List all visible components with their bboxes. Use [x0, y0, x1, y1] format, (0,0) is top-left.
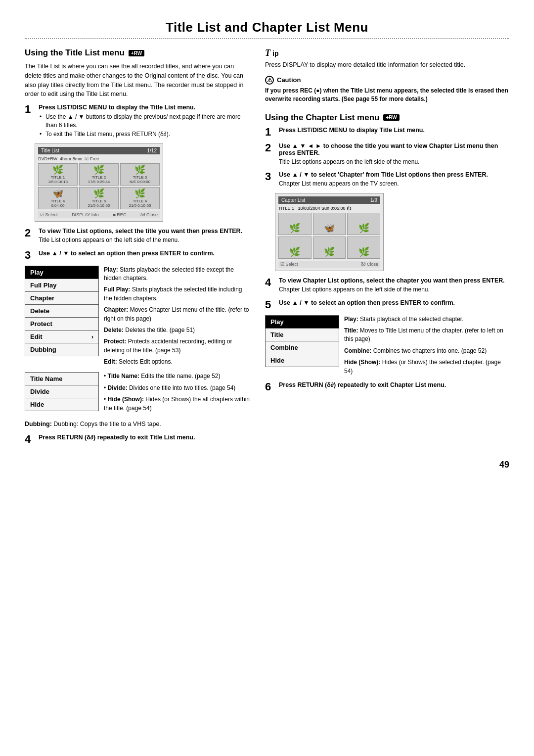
- thumb-6: 🌿 TITLE 421/5 0:10-05: [120, 187, 160, 209]
- thumb-3: 🌿 TITLE 3N/E 0:00:00: [120, 163, 160, 186]
- chapter-list-img-count: 1/9: [370, 197, 377, 203]
- thumb-2-icon: 🌿: [93, 164, 104, 175]
- bullet-1: Use the ▲ / ▼ buttons to display the pre…: [39, 113, 250, 130]
- option-hide[interactable]: Hide: [25, 398, 99, 411]
- chapter-step-3-num: 3: [265, 171, 275, 188]
- thumb-4: 🦋 TITLE 40:04-00: [38, 187, 78, 209]
- thumb-6-label: TITLE 421/5 0:10-05: [129, 199, 151, 208]
- edit-descriptions: • Title Name: Edits the title name. (pag…: [99, 372, 250, 416]
- option-chapter[interactable]: Chapter: [25, 291, 99, 304]
- chapter-step-5: 5 Use ▲ / ▼ to select an option then pre…: [265, 299, 509, 310]
- option-edit[interactable]: Edit ›: [25, 330, 99, 343]
- step-2-text: Title List options appears on the left s…: [39, 236, 250, 244]
- step-2-content: To view Title List options, select the t…: [39, 228, 250, 244]
- caution-box: ⚠ Caution If you press REC (●) when the …: [265, 76, 509, 104]
- step-1: 1 Press LIST/DISC MENU to display the Ti…: [25, 104, 250, 139]
- tip-box: Tip Press DISPLAY to display more detail…: [265, 48, 509, 70]
- step-1-content: Press LIST/DISC MENU to display the Titl…: [39, 104, 250, 139]
- left-column: Using the Title List menu +RW The Title …: [25, 48, 250, 450]
- chapter-step-2: 2 Use ▲ ▼ ◄ ► to choose the title you wa…: [265, 142, 509, 166]
- chapter-list-section-title: Using the Chapter List menu +RW: [265, 113, 509, 123]
- step-3-num: 3: [25, 250, 35, 261]
- thumb-3-label: TITLE 3N/E 0:00:00: [130, 175, 150, 184]
- step-2: 2 To view Title List options, select the…: [25, 228, 250, 244]
- step-4-left: 4 Press RETURN (δ∂) repeatedly to exit T…: [25, 434, 250, 445]
- thumb-2: 🌿 TITLE 217/5 0:29:44: [79, 163, 119, 186]
- chapter-list-image: Capter List 1/9 TITLE 1 10/03/2004 Sun 0…: [275, 193, 384, 271]
- chapter-step-3-bold: Use ▲ / ▼ to select 'Chapter' from Title…: [279, 171, 509, 178]
- tip-text: Press DISPLAY to display more detailed t…: [265, 60, 509, 70]
- chapter-list-heading: Using the Chapter List menu: [265, 113, 379, 123]
- title-list-img-count: 1/12: [147, 148, 157, 153]
- caution-icon: ⚠: [265, 76, 274, 85]
- step-3-bold: Use ▲ / ▼ to select an option then press…: [39, 250, 250, 257]
- chapter-list-thumbs: 🌿 🦋 🌿 🌿 🌿 🌿: [278, 213, 380, 259]
- thumb-6-icon: 🌿: [134, 188, 145, 199]
- chapter-step-2-num: 2: [265, 142, 275, 166]
- chapter-step-3: 3 Use ▲ / ▼ to select 'Chapter' from Tit…: [265, 171, 509, 188]
- chapter-thumb-1: 🌿: [278, 213, 312, 235]
- title-list-img-header: Title List 1/12: [38, 147, 160, 154]
- desc-delete: Delete: Deletes the title. (page 51): [104, 326, 250, 334]
- step-1-bullets: Use the ▲ / ▼ buttons to display the pre…: [39, 113, 250, 139]
- desc-hide-show: • Hide (Show): Hides (or Shows) the all …: [104, 395, 250, 413]
- chapter-desc-hide-show: Hide (Show): Hides (or Shows) the select…: [344, 358, 509, 376]
- step-3: 3 Use ▲ / ▼ to select an option then pre…: [25, 250, 250, 261]
- edit-options-list: Title Name Divide Hide: [25, 372, 99, 416]
- step-4-left-num: 4: [25, 434, 35, 445]
- chapter-list-img-footer: ☑ Select δ∂ Close: [278, 261, 380, 268]
- chapter-thumb-5: 🌿: [313, 236, 346, 259]
- title-list-options: Play Full Play Chapter Delete Protect Ed…: [25, 266, 250, 370]
- option-title-name[interactable]: Title Name: [25, 372, 99, 385]
- option-protect[interactable]: Protect: [25, 317, 99, 330]
- rw-badge-chapter: +RW: [383, 114, 399, 121]
- title-list-heading: Using the Title List menu: [25, 48, 125, 58]
- chapter-list-img-header: Capter List 1/9: [278, 196, 380, 204]
- chapter-step-1-num: 1: [265, 127, 275, 138]
- desc-chapter: Chapter: Moves Chapter List menu of the …: [104, 306, 250, 323]
- title-list-thumbs: 🌿 TITLE 11/5 0:16:18 🌿 TITLE 217/5 0:29:…: [38, 163, 160, 209]
- chapter-step-5-num: 5: [265, 299, 275, 310]
- title-divider: [25, 38, 509, 39]
- chapter-step-2-content: Use ▲ ▼ ◄ ► to choose the title you want…: [279, 142, 509, 166]
- thumb-4-icon: 🦋: [52, 188, 63, 199]
- desc-divide: • Divide: Divides one title into two tit…: [104, 384, 250, 392]
- option-dubbing[interactable]: Dubbing: [25, 343, 99, 356]
- chapter-thumb-2: 🦋: [313, 213, 346, 235]
- tip-title: Tip: [265, 48, 509, 58]
- chapter-option-descriptions: Play: Starts playback of the selected ch…: [339, 315, 509, 378]
- chapter-thumb-3: 🌿: [347, 213, 380, 235]
- caution-label: Caution: [277, 76, 301, 84]
- title-list-img-info: DVD+RW 4hour 8min ☑ Free: [38, 156, 160, 161]
- chapter-thumb-6: 🌿: [347, 236, 380, 259]
- chapter-step-3-text: Chapter List menu appears on the TV scre…: [279, 180, 509, 188]
- chapter-step-2-text: Title List options appears on the left s…: [279, 158, 509, 166]
- option-delete[interactable]: Delete: [25, 304, 99, 317]
- option-full-play[interactable]: Full Play: [25, 279, 99, 291]
- thumb-1-icon: 🌿: [52, 164, 63, 175]
- desc-play: Play: Starts playback the selected title…: [104, 266, 250, 283]
- thumb-5-icon: 🌿: [93, 188, 104, 199]
- bullet-2: To exit the Title List menu, press RETUR…: [39, 130, 250, 139]
- chapter-option-combine[interactable]: Combine: [265, 341, 339, 354]
- chapter-option-hide[interactable]: Hide: [265, 354, 339, 367]
- title-list-image: Title List 1/12 DVD+RW 4hour 8min ☑ Free…: [35, 143, 163, 222]
- chapter-option-title[interactable]: Title: [265, 328, 339, 341]
- title-list-img-label: Title List: [41, 148, 59, 153]
- option-divide[interactable]: Divide: [25, 385, 99, 398]
- chapter-option-play[interactable]: Play: [265, 315, 339, 328]
- chapter-list-options: Play Title Combine Hide Play: Starts pla…: [265, 315, 509, 378]
- chapter-step-1-bold: Press LIST/DISC MENU to display Title Li…: [279, 127, 509, 134]
- tip-icon: T: [265, 48, 270, 58]
- step-4-left-bold: Press RETURN (δ∂) repeatedly to exit Tit…: [39, 434, 250, 441]
- chapter-step-4-text: Chapter List options appears on the left…: [279, 285, 509, 294]
- chapter-step-5-content: Use ▲ / ▼ to select an option then press…: [279, 299, 509, 310]
- right-column: Tip Press DISPLAY to display more detail…: [265, 48, 509, 450]
- thumb-3-icon: 🌿: [134, 164, 145, 175]
- options-list: Play Full Play Chapter Delete Protect Ed…: [25, 266, 99, 370]
- step-2-bold: To view Title List options, select the t…: [39, 228, 250, 235]
- title-list-section-title: Using the Title List menu +RW: [25, 48, 250, 58]
- intro-text: The Title List is where you can see the …: [25, 62, 250, 99]
- caution-title: ⚠ Caution: [265, 76, 509, 85]
- option-play[interactable]: Play: [25, 266, 99, 279]
